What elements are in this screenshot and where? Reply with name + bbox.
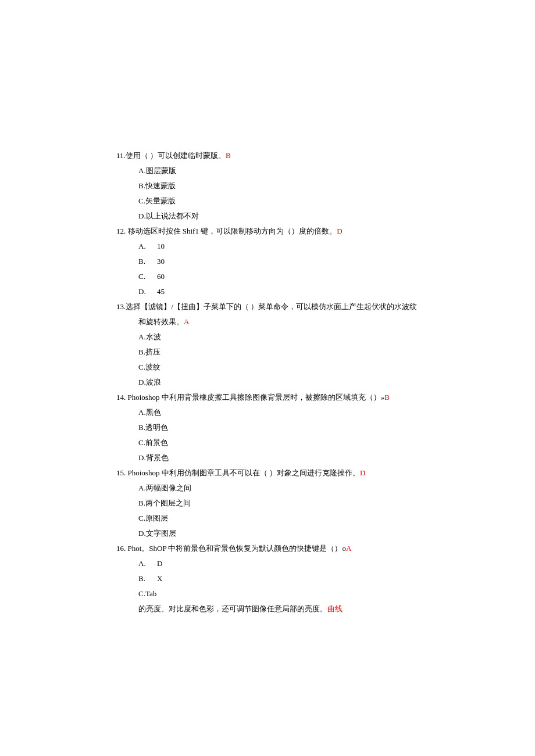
q11-num: 11. bbox=[116, 151, 126, 160]
q14-num: 14. bbox=[116, 393, 126, 402]
question-13-stem: 13.选择【滤镜】/【扭曲】子菜单下的（ ）菜单命令，可以模仿水面上产生起伏状的… bbox=[116, 299, 419, 314]
q12-d-letter: D. bbox=[138, 284, 157, 299]
q12-num: 12. bbox=[116, 227, 126, 235]
question-13-cont: 和旋转效果。A bbox=[116, 314, 419, 329]
q11-option-d: D.以上说法都不对 bbox=[116, 209, 419, 224]
q13-option-d: D.波浪 bbox=[116, 375, 419, 390]
q16-option-a: A.D bbox=[116, 556, 419, 571]
q14-text: Phoioshop 中利用背景橡皮擦工具擦除图像背景层时，被擦除的区域填充（）» bbox=[126, 393, 384, 402]
q12-answer: D bbox=[337, 227, 342, 235]
q16-trail-red: 曲线 bbox=[327, 604, 343, 613]
q12-b-letter: B. bbox=[138, 254, 157, 269]
q16-b-val: X bbox=[157, 574, 162, 583]
question-12-stem: 12. 移动选区时按住 Shif1 键，可以限制移动方向为（）度的倍数。D bbox=[116, 224, 419, 239]
q16-answer: A bbox=[346, 544, 351, 553]
q16-option-c: C.Tab bbox=[116, 586, 419, 601]
q16-text: Phot。ShOP 中将前景色和背景色恢复为默认颜色的快捷键是（）o bbox=[126, 544, 346, 553]
q12-d-val: 45 bbox=[157, 287, 165, 296]
question-14-stem: 14. Phoioshop 中利用背景橡皮擦工具擦除图像背景层时，被擦除的区域填… bbox=[116, 390, 419, 405]
question-14: 14. Phoioshop 中利用背景橡皮擦工具擦除图像背景层时，被擦除的区域填… bbox=[116, 390, 419, 465]
q15-num: 15. bbox=[116, 468, 126, 477]
q13-num: 13. bbox=[116, 302, 126, 311]
q11-option-b: B.快速蒙版 bbox=[116, 178, 419, 194]
q12-a-letter: A. bbox=[138, 239, 157, 254]
q14-option-c: C.前景色 bbox=[116, 435, 419, 450]
question-12: 12. 移动选区时按住 Shif1 键，可以限制移动方向为（）度的倍数。D A.… bbox=[116, 224, 419, 299]
q16-option-b: B.X bbox=[116, 571, 419, 586]
q13-text: 选择【滤镜】/【扭曲】子菜单下的（ ）菜单命令，可以模仿水面上产生起伏状的水波纹 bbox=[126, 302, 417, 311]
q15-text: Phoioshop 中利用仿制图章工具不可以在（ ）对象之间进行克隆操作。 bbox=[126, 468, 360, 477]
q15-option-a: A.两幅图像之间 bbox=[116, 481, 419, 496]
q14-option-d: D.背景色 bbox=[116, 450, 419, 465]
q14-answer: B bbox=[384, 393, 390, 402]
question-13: 13.选择【滤镜】/【扭曲】子菜单下的（ ）菜单命令，可以模仿水面上产生起伏状的… bbox=[116, 299, 419, 390]
q12-option-c: C.60 bbox=[116, 269, 419, 284]
q16-trail-text: 的亮度、对比度和色彩，还可调节图像任意局部的亮度。 bbox=[138, 604, 327, 613]
question-11: 11.使用（ ）可以创建临时蒙版。B A.图层蒙版 B.快速蒙版 C.矢量蒙版 … bbox=[116, 148, 419, 224]
q12-a-val: 10 bbox=[157, 242, 165, 250]
q11-option-a: A.图层蒙版 bbox=[116, 163, 419, 178]
q15-option-c: C.原图层 bbox=[116, 511, 419, 526]
q12-option-b: B.30 bbox=[116, 254, 419, 269]
q16-b-letter: B. bbox=[138, 571, 157, 586]
q15-answer: D bbox=[360, 468, 365, 477]
q16-num: 16. bbox=[116, 544, 126, 553]
q12-option-d: D.45 bbox=[116, 284, 419, 299]
q12-option-a: A.10 bbox=[116, 239, 419, 254]
q12-b-val: 30 bbox=[157, 257, 165, 266]
q16-a-val: D bbox=[157, 559, 162, 568]
q11-answer: B bbox=[226, 151, 231, 160]
question-16-stem: 16. Phot。ShOP 中将前景色和背景色恢复为默认颜色的快捷键是（）oA bbox=[116, 541, 419, 556]
question-15-stem: 15. Phoioshop 中利用仿制图章工具不可以在（ ）对象之间进行克隆操作… bbox=[116, 465, 419, 481]
q13-answer: A bbox=[184, 317, 189, 326]
q13-option-c: C.波纹 bbox=[116, 360, 419, 375]
q11-option-c: C.矢量蒙版 bbox=[116, 194, 419, 209]
q11-text: 使用（ ）可以创建临时蒙版。 bbox=[126, 151, 226, 160]
q13-cont-text: 和旋转效果。 bbox=[138, 317, 184, 326]
question-16: 16. Phot。ShOP 中将前景色和背景色恢复为默认颜色的快捷键是（）oA … bbox=[116, 541, 419, 617]
q12-c-letter: C. bbox=[138, 269, 157, 284]
q14-option-b: B.透明色 bbox=[116, 420, 419, 435]
q15-option-d: D.文字图层 bbox=[116, 526, 419, 541]
question-15: 15. Phoioshop 中利用仿制图章工具不可以在（ ）对象之间进行克隆操作… bbox=[116, 465, 419, 541]
q13-option-a: A.水波 bbox=[116, 329, 419, 345]
q12-text: 移动选区时按住 Shif1 键，可以限制移动方向为（）度的倍数。 bbox=[126, 227, 337, 235]
question-11-stem: 11.使用（ ）可以创建临时蒙版。B bbox=[116, 148, 419, 163]
q14-option-a: A.黑色 bbox=[116, 405, 419, 420]
q12-c-val: 60 bbox=[157, 272, 165, 281]
q15-option-b: B.两个图层之间 bbox=[116, 496, 419, 511]
q16-a-letter: A. bbox=[138, 556, 157, 571]
q13-option-b: B.挤压 bbox=[116, 345, 419, 360]
q16-trailing: 的亮度、对比度和色彩，还可调节图像任意局部的亮度。曲线 bbox=[116, 601, 419, 617]
